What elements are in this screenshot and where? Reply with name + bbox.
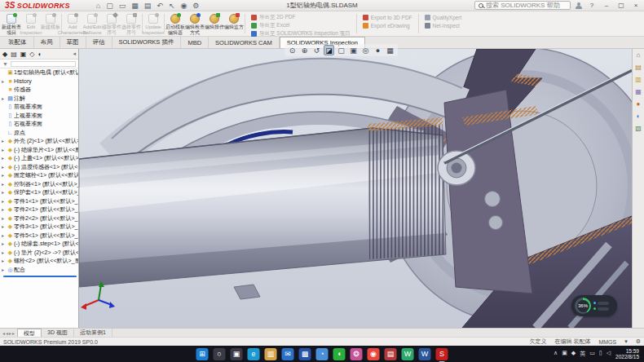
quality[interactable]: QualityXpert [425, 14, 462, 21]
tab-scroll-arrow[interactable]: ◂ [2, 330, 5, 336]
pdf3d[interactable]: Export to 3D PDF [363, 14, 412, 21]
tree-item[interactable]: 零件3<1> (默认<<默认>_显示状 [2, 223, 78, 232]
view-palette-icon[interactable]: ▦ [635, 88, 642, 95]
word-icon[interactable]: W [419, 348, 431, 360]
options-icon[interactable]: ⚙ [192, 2, 199, 10]
recorder-progress-ring[interactable]: 36% [575, 298, 591, 314]
tree-item[interactable]: (-) 上盖<1> (默认<<默认>_显示状 [2, 154, 78, 163]
tree-item[interactable]: (-) 绝缘套.step<1> (默认<<默认> [2, 240, 78, 249]
zoom-area-icon[interactable]: ⊕ [299, 45, 310, 55]
tree-item[interactable]: 控制器<1> (默认<<默认>_显示状 [2, 180, 78, 189]
solidworks-icon[interactable]: S [436, 348, 448, 360]
minimize-button[interactable]: – [602, 2, 611, 9]
launch-template-editor[interactable]: 启动模板编辑器 [165, 12, 185, 35]
tree-item[interactable]: 零件1<1> (默认<<默认>_显示状态 [2, 197, 78, 206]
defender-shield-icon[interactable]: ◆ [571, 350, 576, 358]
chrome-icon[interactable]: ◉ [368, 348, 380, 360]
wps-icon[interactable]: W [402, 348, 414, 360]
model-canvas[interactable] [79, 49, 632, 328]
appearances-icon[interactable]: ● [637, 100, 641, 108]
section-view-icon[interactable]: ◪ [324, 45, 334, 55]
balloons[interactable]: Add/Edit Balloons [82, 12, 102, 35]
tab-scroll-arrow[interactable]: ◂ [6, 330, 8, 336]
mail-icon[interactable]: ✉ [282, 348, 294, 360]
tree-item[interactable]: 注解 [2, 95, 78, 104]
custom-properties-icon[interactable]: ▧ [635, 125, 642, 132]
tree-item[interactable]: (-) 绝缘垫片<1> (默认<<默认>_显示状 [2, 146, 78, 155]
commandmanager-tab[interactable]: SOLIDWORKS CAM [209, 37, 280, 48]
edit-gauge[interactable]: 编辑监方 [224, 12, 244, 35]
recorder-button-top[interactable] [593, 302, 609, 305]
file-explorer-icon[interactable]: ▥ [265, 348, 277, 360]
add-characteristic[interactable]: Add Characteristic [63, 12, 82, 35]
home-icon[interactable]: ⌂ [96, 2, 100, 10]
pdf2d[interactable]: 导出至 2D PDF [251, 14, 351, 21]
search-button[interactable]: ○ [214, 348, 226, 360]
edit-project[interactable]: Edit Inspection Project [21, 12, 41, 35]
display-style-icon[interactable]: ▣ [348, 45, 359, 55]
model-tab[interactable]: 3D 视图 [42, 329, 74, 337]
status-units[interactable]: MMGS [598, 339, 616, 345]
select-arrow-icon[interactable]: ↖ [169, 2, 175, 10]
home-tab-icon[interactable]: ⌂ [637, 51, 641, 59]
propertymanager-tab[interactable]: ▤ [11, 51, 17, 58]
tree-root-item[interactable]: 1型铝轴热电偶 (默认<默认_显示状态-1 [2, 68, 78, 77]
browser-icon[interactable]: ◔ [316, 348, 329, 360]
units-caret-icon[interactable]: ▾ [624, 338, 628, 345]
tree-item[interactable]: (-) 温度传感器<1> (默认<<默认>_显 [2, 163, 78, 172]
tree-item[interactable]: 保护套<1> (默认<<默认>_显示状 [2, 188, 78, 197]
save-icon[interactable]: ▦ [131, 2, 139, 10]
undo-icon[interactable]: ↶ [157, 2, 163, 10]
tree-item[interactable]: History [2, 77, 78, 86]
tree-item[interactable]: 外壳 (2)<1> (默认<<默认>_显示状 [2, 137, 78, 146]
open-document-icon[interactable]: ▭ [119, 2, 126, 10]
commandmanager-tab[interactable]: SOLIDWORKS 插件 [112, 37, 182, 48]
task-view-button[interactable]: ▣ [231, 348, 243, 360]
start-button[interactable]: ⊞ [196, 348, 209, 360]
tree-filter-input[interactable] [11, 61, 76, 67]
login-user-icon[interactable] [576, 2, 582, 9]
new-document-icon[interactable]: ▢ [106, 2, 113, 10]
new-project[interactable]: 新建检查项目 (amp;N) [2, 12, 21, 35]
select-balloon[interactable]: 选择零件序号 [121, 12, 141, 35]
scenes-icon[interactable]: ◐ [637, 113, 641, 120]
displaymanager-tab[interactable]: ◐ [37, 51, 42, 58]
edraw[interactable]: Export eDrawing [363, 22, 412, 29]
tree-item[interactable]: (-) 垫片 (2)<2> ->? (默认<<默认> [2, 249, 78, 258]
ime-language[interactable]: 英 [580, 350, 585, 358]
print-icon[interactable]: ▤ [144, 2, 152, 10]
close-button[interactable]: × [631, 2, 641, 9]
edit-method[interactable]: 编辑检查方式 [185, 12, 205, 35]
hidden-icons-chevron[interactable]: ∧ [554, 350, 558, 358]
reader-icon[interactable]: ▤ [385, 348, 397, 360]
tree-item[interactable]: 右视基准面 [2, 120, 78, 129]
tab-scroll-arrow[interactable]: ▸ [9, 330, 11, 336]
design-library-icon[interactable]: ▤ [635, 64, 642, 71]
hide-show-items-icon[interactable]: ◎ [360, 45, 371, 55]
commandmanager-tab[interactable]: 评估 [86, 37, 112, 48]
zoom-fit-icon[interactable]: ⊙ [287, 45, 298, 55]
edge-icon[interactable]: e [248, 348, 260, 360]
rollback-bar[interactable] [3, 276, 77, 277]
view-settings-icon[interactable]: ▦ [385, 45, 395, 55]
tree-item[interactable]: 零件2<1> (默认<<默认>_显示状态 [2, 205, 78, 214]
tree-item[interactable]: 传感器 [2, 86, 78, 95]
tree-item[interactable]: 固定螺栓<1> (默认<<默认>_显示 [2, 171, 78, 180]
volume-icon[interactable]: ◁ [607, 350, 611, 358]
filter-funnel-icon[interactable]: ▼ [2, 61, 8, 67]
recorder-button-bottom[interactable] [593, 307, 609, 311]
commandmanager-tab[interactable]: 草图 [60, 37, 86, 48]
photos-icon[interactable]: ▩ [299, 348, 311, 360]
restore-button[interactable]: ▢ [616, 2, 626, 9]
configurationmanager-tab[interactable]: ▣ [20, 51, 27, 58]
featuremanager-tab[interactable]: ◆ [2, 51, 7, 58]
keyboard-icon[interactable]: ▭ [589, 350, 595, 358]
color-wheel-icon[interactable]: ❂ [351, 348, 363, 360]
help-button[interactable]: ? [587, 2, 597, 9]
search-box[interactable]: 搜索 SOLIDWORKS 帮助 [474, 1, 571, 10]
status-gear-icon[interactable]: ⚙ [636, 338, 641, 345]
excel[interactable]: 导出至 Excel [251, 22, 351, 29]
tree-item[interactable]: 零件2<2> (默认<<默认>_显示状态 [2, 214, 78, 223]
tree-item[interactable]: 螺栓<2> (默认<<默认>_显示状态 [2, 257, 78, 266]
monitor-icon[interactable]: ▯ [599, 350, 602, 358]
